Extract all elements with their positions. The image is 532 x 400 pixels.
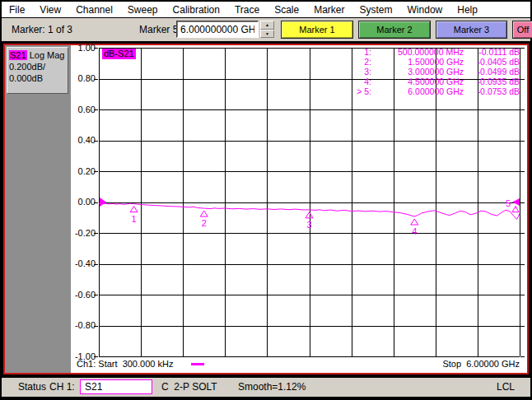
marker-toolbar: Marker: 1 of 3 Marker 5 ▲ ▼ Marker 1Mark… xyxy=(2,18,530,41)
trace-sidebar: S21 Log Mag 0.200dB/ 0.000dB xyxy=(5,45,71,373)
y-tick-label: -0.60 xyxy=(71,290,96,300)
menu-sweep[interactable]: Sweep xyxy=(120,3,166,16)
measurement-chart: 1.000.800.600.400.200.00-0.20-0.40-0.60-… xyxy=(71,45,527,373)
button-marker-2[interactable]: Marker 2 xyxy=(358,21,431,39)
marker-readout-row: 2:1.500000 GHz-0.0405 dB xyxy=(348,57,520,67)
vna-application-window: FileViewChannelSweepCalibrationTraceScal… xyxy=(0,0,532,400)
active-trace-box: S21 xyxy=(80,379,152,394)
marker-frequency-input[interactable] xyxy=(176,21,259,38)
svg-text:3: 3 xyxy=(306,220,311,230)
button-marker-3[interactable]: Marker 3 xyxy=(436,21,507,39)
button-marker-1[interactable]: Marker 1 xyxy=(281,21,353,39)
marker-buttons-group: Marker 1Marker 2Marker 3Off xyxy=(281,21,532,39)
marker-2[interactable]: 2 xyxy=(200,211,208,228)
menu-scale[interactable]: Scale xyxy=(267,3,306,16)
menu-view[interactable]: View xyxy=(32,3,68,16)
menu-marker[interactable]: Marker xyxy=(306,3,352,16)
spinner-up-button[interactable]: ▲ xyxy=(260,21,274,30)
menu-trace[interactable]: Trace xyxy=(227,3,267,16)
display-red-frame: S21 Log Mag 0.200dB/ 0.000dB 1.000.800.6… xyxy=(3,44,529,374)
marker-triangle xyxy=(411,219,418,225)
marker-status-label: Marker: 1 of 3 xyxy=(12,24,72,35)
trace-format-label: Log Mag xyxy=(27,50,65,60)
marker-triangle xyxy=(200,211,208,216)
status-bar: Status CH 1: S21 C 2-P SOLT Smooth=1.12%… xyxy=(2,378,530,397)
y-tick-label: 0.00 xyxy=(71,197,96,207)
menu-bar: FileViewChannelSweepCalibrationTraceScal… xyxy=(2,2,530,17)
frequency-spinner: ▲ ▼ xyxy=(260,21,274,38)
local-mode-label: LCL xyxy=(497,381,515,393)
svg-text:2: 2 xyxy=(202,218,207,228)
marker-1[interactable]: 1 xyxy=(130,207,138,224)
y-tick-label: 0.80 xyxy=(71,73,96,84)
marker-readout-table: 1:500.000000 MHz-0.0111 dB2:1.500000 GHz… xyxy=(348,47,520,96)
y-tick-label: -0.80 xyxy=(71,320,96,331)
marker-triangle xyxy=(512,207,519,212)
y-tick-label: 0.40 xyxy=(71,135,96,146)
menu-channel[interactable]: Channel xyxy=(68,3,120,16)
button-off[interactable]: Off xyxy=(512,21,532,39)
svg-text:4: 4 xyxy=(412,226,417,236)
menu-calibration[interactable]: Calibration xyxy=(166,3,227,16)
menu-system[interactable]: System xyxy=(352,3,400,16)
graticule-title: dB-S21 xyxy=(102,49,136,59)
stop-frequency-label: Stop 6.00000 GHz xyxy=(442,359,520,369)
y-tick-label: 0.20 xyxy=(71,166,96,177)
y-tick-label: -0.40 xyxy=(71,258,96,269)
menu-window[interactable]: Window xyxy=(400,3,450,16)
status-label: Status xyxy=(18,381,46,393)
start-frequency-label: Ch1: Start 300.000 kHz xyxy=(77,359,173,369)
active-marker-indicator xyxy=(512,198,520,206)
y-tick-label: 0.60 xyxy=(71,105,96,115)
menu-help[interactable]: Help xyxy=(450,3,485,16)
marker-readout-row: 1:500.000000 MHz-0.0111 dB xyxy=(348,47,520,57)
x-axis-annotation: Ch1: Start 300.000 kHz Stop 6.00000 GHz xyxy=(77,359,520,369)
spinner-down-button[interactable]: ▼ xyxy=(260,30,274,39)
trace-info-box[interactable]: S21 Log Mag 0.200dB/ 0.000dB xyxy=(7,47,68,94)
correction-status-label: C 2-P SOLT xyxy=(161,381,217,393)
trace-id-badge: S21 xyxy=(9,50,27,60)
reference-level-indicator xyxy=(100,198,106,207)
trace-scale-label: 0.200dB/ xyxy=(9,61,68,72)
y-tick-label: -0.20 xyxy=(71,228,96,239)
vna-display-area: S21 Log Mag 0.200dB/ 0.000dB 1.000.800.6… xyxy=(2,43,530,377)
svg-text:1: 1 xyxy=(132,214,137,224)
marker-readout-row: 3:3.000000 GHz-0.0499 dB xyxy=(348,67,520,77)
marker-frequency-field-label: Marker 5 xyxy=(139,24,178,35)
marker-triangle xyxy=(130,207,138,212)
svg-text:5: 5 xyxy=(506,198,511,208)
channel-label: CH 1: xyxy=(49,381,75,393)
marker-5[interactable]: 5 xyxy=(506,198,520,212)
trace-color-legend-dash xyxy=(191,363,204,365)
trace-reference-label: 0.000dB xyxy=(9,72,68,84)
marker-readout-row: 4:4.500000 GHz-0.0935 dB xyxy=(348,77,520,86)
y-tick-label: 1.00 xyxy=(71,43,96,53)
marker-readout-row: > 5:6.000000 GHz-0.0753 dB xyxy=(348,86,520,96)
smoothing-status-label: Smooth=1.12% xyxy=(238,381,306,393)
menu-file[interactable]: File xyxy=(2,3,32,16)
